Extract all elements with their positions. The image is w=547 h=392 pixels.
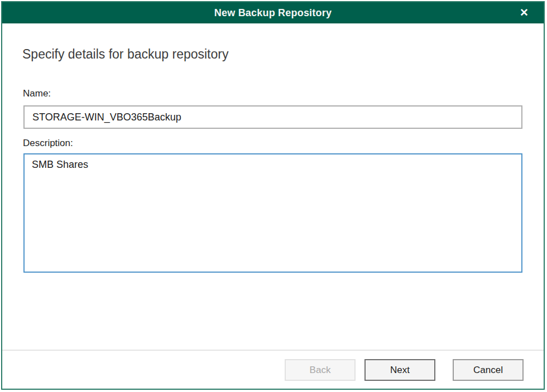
titlebar: New Backup Repository ✕ xyxy=(2,2,544,23)
back-button: Back xyxy=(285,359,356,381)
window-title: New Backup Repository xyxy=(214,7,332,19)
name-input[interactable] xyxy=(23,105,522,129)
next-button[interactable]: Next xyxy=(364,359,435,381)
cancel-button[interactable]: Cancel xyxy=(453,359,524,381)
description-textarea[interactable]: SMB Shares xyxy=(23,153,522,273)
page-title: Specify details for backup repository xyxy=(22,47,228,62)
description-label: Description: xyxy=(23,138,73,149)
new-backup-repository-dialog: New Backup Repository ✕ Specify details … xyxy=(1,1,545,390)
footer-separator xyxy=(2,350,544,351)
name-label: Name: xyxy=(23,88,51,99)
close-icon: ✕ xyxy=(520,7,529,18)
close-button[interactable]: ✕ xyxy=(514,2,535,23)
